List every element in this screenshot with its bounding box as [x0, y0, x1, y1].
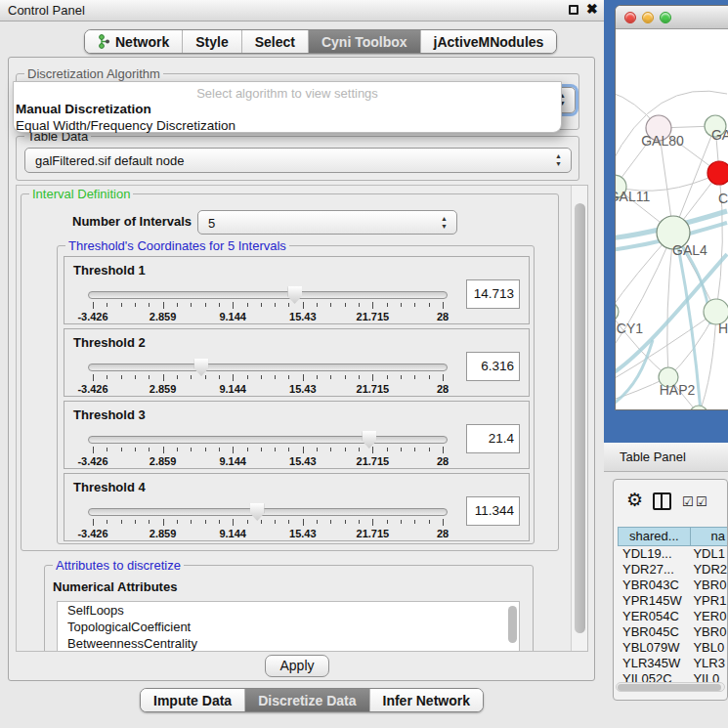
table-hscrollbar-thumb[interactable]: [618, 684, 721, 691]
slider-tick: [93, 519, 94, 526]
mac-close-icon[interactable]: [624, 12, 636, 23]
slider-tickzone: -3.4262.8599.14415.4321.71528: [93, 286, 443, 323]
attribute-list-item[interactable]: SelfLoops: [58, 602, 519, 619]
slider-tick: [330, 520, 331, 524]
attributes-group-title: Attributes to discretize: [53, 558, 184, 573]
slider-tick: [275, 375, 276, 379]
slider-tick: [233, 302, 234, 309]
slider-tick: [345, 375, 346, 379]
threshold-value-field[interactable]: 11.344: [466, 496, 520, 526]
slider-tick: [261, 303, 262, 307]
tab-discretize-data[interactable]: Discretize Data: [244, 689, 368, 711]
slider-tick-label: 28: [437, 311, 449, 322]
tab-impute-data[interactable]: Impute Data: [141, 689, 244, 711]
slider-thumb-icon[interactable]: [193, 359, 208, 376]
main-scrollbar-track[interactable]: [571, 186, 587, 651]
algorithm-dropdown-popup: Select algorithm to view settings Manual…: [13, 81, 562, 133]
table-row[interactable]: YDR27...YDR2: [618, 562, 727, 578]
gear-icon[interactable]: ⚙: [626, 489, 643, 511]
columns-icon[interactable]: [653, 492, 671, 510]
slider-tick-label: 21.715: [357, 383, 390, 395]
slider-thumb-icon[interactable]: [250, 503, 265, 521]
node-red[interactable]: [707, 161, 728, 185]
popup-item-manual-discretization[interactable]: Manual Discretization: [16, 102, 151, 116]
table-hscrollbar-track[interactable]: [616, 682, 725, 692]
slider-tick: [275, 303, 276, 307]
table-cell-name: YBR0: [687, 624, 727, 640]
slider-tick-label: 15.43: [289, 383, 317, 395]
network-view-window[interactable]: GAL80GAGAL11GAL4GCY1HHAP2C: [615, 5, 728, 410]
node-gcy1[interactable]: [616, 302, 619, 321]
table-cell-shared-name: YBR043C: [618, 578, 687, 593]
threshold-slider[interactable]: -3.4262.8599.14415.4321.71528: [88, 359, 448, 396]
table-row[interactable]: YBR045CYBR0: [618, 624, 727, 640]
float-window-icon[interactable]: [569, 5, 578, 15]
tab-cyni-toolbox[interactable]: Cyni Toolbox: [308, 30, 420, 53]
threshold-slider[interactable]: -3.4262.8599.14415.4321.71528: [88, 286, 448, 323]
slider-tick: [372, 374, 373, 381]
column-header-shared-name[interactable]: shared...: [618, 527, 691, 546]
attributes-list-scrollbar[interactable]: [508, 606, 517, 643]
slider-thumb-icon[interactable]: [362, 431, 376, 449]
slider-tick: [372, 519, 373, 526]
threshold-value-field[interactable]: 14.713: [466, 279, 520, 309]
checkbox-icon[interactable]: ☑: [696, 494, 707, 509]
tab-network[interactable]: Network: [85, 30, 182, 53]
table-cell-shared-name: YDL19...: [618, 546, 687, 562]
tab-cyni-toolbox-label: Cyni Toolbox: [321, 34, 407, 50]
threshold-slider[interactable]: -3.4262.8599.14415.4321.71528: [88, 431, 448, 468]
attribute-list-item[interactable]: BetweennessCentrality: [58, 635, 519, 652]
tab-infer-network[interactable]: Infer Network: [369, 689, 483, 711]
slider-tick: [107, 520, 107, 524]
slider-tick: [121, 448, 122, 451]
network-graph: GAL80GAGAL11GAL4GCY1HHAP2C: [616, 29, 728, 410]
slider-tick-label: 21.715: [357, 528, 390, 539]
table-row[interactable]: YER054CYER0: [618, 609, 727, 624]
threshold-stack: Threshold 1-3.4262.8599.14415.4321.71528…: [64, 256, 530, 545]
checkbox-icon[interactable]: ☑: [682, 494, 694, 509]
slider-tick: [330, 448, 331, 451]
table-data-combo[interactable]: galFiltered.sif default node ▲▼: [24, 148, 572, 173]
main-scrollbar-thumb[interactable]: [575, 203, 585, 633]
table-row[interactable]: YPR145WYPR1: [618, 593, 727, 609]
table-row[interactable]: YBR043CYBR0: [618, 578, 727, 593]
thresholds-group-title: Threshold's Coordinates for 5 Intervals: [65, 238, 289, 253]
slider-tick-label: 9.144: [219, 528, 246, 539]
apply-button[interactable]: Apply: [265, 655, 329, 677]
slider-tick-label: 9.144: [219, 383, 246, 395]
number-of-intervals-spinner[interactable]: 5 ▲▼: [197, 210, 457, 235]
mac-zoom-icon[interactable]: [660, 12, 671, 23]
table-row[interactable]: YLR345WYLR3: [618, 656, 727, 671]
tab-jactivemnodules[interactable]: jActiveMNodules: [420, 30, 557, 53]
slider-tick: [177, 520, 178, 524]
attribute-list-item[interactable]: TopologicalCoefficient: [58, 619, 519, 635]
mac-minimize-icon[interactable]: [642, 12, 654, 23]
slider-tick: [443, 302, 444, 309]
close-icon[interactable]: ✖: [586, 1, 598, 17]
table-panel-titlebar: Table Panel: [604, 443, 728, 472]
slider-tick: [121, 303, 122, 307]
threshold-panel-4: Threshold 4-3.4262.8599.14415.4321.71528…: [64, 473, 530, 541]
slider-tick: [359, 303, 360, 307]
popup-item-equal-width[interactable]: Equal Width/Frequency Discretization: [16, 118, 236, 133]
slider-tick: [135, 448, 136, 451]
slider-tick: [219, 375, 220, 379]
threshold-value-field[interactable]: 6.316: [466, 352, 520, 381]
threshold-slider[interactable]: -3.4262.8599.14415.4321.71528: [88, 503, 448, 540]
table-row[interactable]: YBL079WYBL0: [618, 640, 727, 656]
network-canvas[interactable]: GAL80GAGAL11GAL4GCY1HHAP2C: [616, 29, 728, 410]
slider-tick: [219, 448, 220, 451]
column-header-name[interactable]: na: [691, 527, 728, 546]
tab-select[interactable]: Select: [241, 30, 308, 53]
algorithm-popup-hint[interactable]: Select algorithm to view settings: [14, 86, 561, 101]
settings-scroll-viewport: Interval Definition Number of Intervals …: [16, 185, 588, 652]
tab-style[interactable]: Style: [182, 30, 240, 53]
threshold-value-field[interactable]: 21.4: [466, 424, 520, 453]
threshold-label: Threshold 1: [73, 263, 146, 278]
table-row[interactable]: YDL19...YDL1: [618, 546, 727, 562]
slider-thumb-icon[interactable]: [287, 286, 302, 304]
tab-style-label: Style: [195, 34, 228, 50]
slider-tick: [345, 520, 346, 524]
attributes-list[interactable]: SelfLoopsTopologicalCoefficientBetweenne…: [57, 601, 520, 652]
slider-tick-label: 28: [437, 383, 449, 395]
